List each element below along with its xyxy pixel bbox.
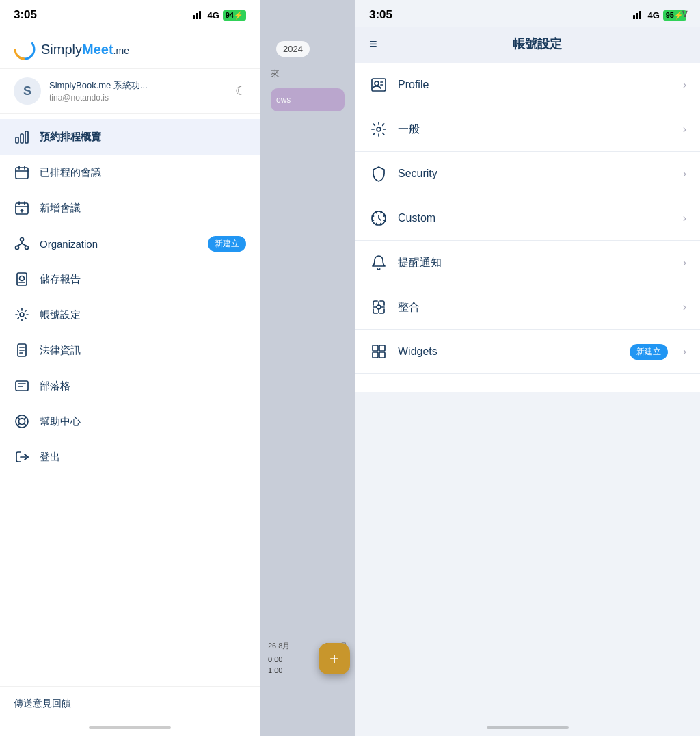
settings-item-integration[interactable]: 整合 › [355, 285, 700, 330]
chevron-right-custom: › [683, 212, 686, 224]
add-calendar-icon [14, 200, 30, 216]
nav-item-reports[interactable]: 儲存報告 [0, 261, 260, 297]
settings-item-custom[interactable]: Custom › [355, 196, 700, 241]
right-status-time: 3:05 [369, 8, 392, 22]
settings-label-widgets: Widgets [398, 345, 620, 358]
left-status-icons: 4G 94⚡ [193, 10, 246, 21]
nav-item-account[interactable]: 帳號設定 [0, 297, 260, 332]
mid-date-start: 26 8月 [268, 641, 290, 651]
svg-rect-37 [633, 15, 635, 19]
nav-label-blog: 部落格 [40, 380, 70, 393]
integration-icon [369, 298, 388, 317]
svg-point-43 [377, 305, 381, 309]
svg-rect-48 [373, 345, 378, 351]
logo-simply: Simply [41, 42, 82, 57]
settings-label-custom: Custom [398, 212, 673, 224]
calendar-icon [14, 164, 30, 181]
svg-rect-29 [16, 381, 28, 391]
blog-icon [14, 378, 30, 394]
hamburger-icon[interactable]: ≡ [369, 36, 377, 52]
chevron-right-notifications: › [683, 257, 686, 269]
settings-label-profile: Profile [398, 79, 673, 91]
settings-item-security[interactable]: Security › [355, 152, 700, 196]
user-row[interactable]: S SimplyBook.me 系統功... tina@notando.is ☾ [0, 69, 260, 114]
settings-item-widgets[interactable]: Widgets 新建立 › [355, 330, 700, 374]
security-icon [369, 164, 388, 183]
org-icon [14, 235, 30, 252]
nav-label-organization: Organization [40, 238, 98, 250]
nav-label-legal: 法律資訊 [40, 344, 81, 357]
svg-rect-49 [379, 345, 385, 351]
svg-rect-8 [16, 168, 28, 179]
chevron-right-profile: › [683, 79, 686, 91]
chevron-right-general: › [683, 123, 686, 135]
svg-rect-1 [196, 13, 198, 19]
nav-item-blog[interactable]: 部落格 [0, 368, 260, 404]
chevron-right-integration: › [683, 301, 686, 313]
right-status-icons: 4G 95⚡ [633, 10, 686, 21]
settings-item-profile[interactable]: Profile › [355, 63, 700, 107]
user-email: tina@notando.is [49, 93, 227, 103]
general-icon [369, 120, 388, 139]
legal-icon [14, 342, 30, 358]
svg-line-22 [17, 244, 22, 246]
middle-content: 2024 來 ows [260, 0, 355, 117]
nav-item-scheduled[interactable]: 已排程的會議 [0, 155, 260, 190]
mid-label: 來 [265, 65, 350, 83]
nav-label-help: 幫助中心 [40, 415, 81, 428]
chart-icon [14, 129, 30, 145]
nav-item-logout[interactable]: 登出 [0, 439, 260, 475]
chevron-down-icon: ∨ [681, 7, 689, 20]
svg-rect-0 [193, 15, 195, 19]
svg-line-34 [24, 423, 26, 425]
right-network-label: 4G [647, 10, 659, 21]
user-name: SimplyBook.me 系統功... [49, 79, 227, 92]
settings-list: Profile › 一般 › Security › Custom › [355, 63, 700, 392]
svg-rect-39 [639, 11, 641, 19]
svg-rect-5 [16, 137, 18, 143]
nav-label-logout: 登出 [40, 451, 60, 464]
logo-meet: Meet [82, 42, 113, 57]
settings-item-notifications[interactable]: 提醒通知 › [355, 241, 700, 285]
svg-rect-51 [379, 352, 385, 358]
nav-label-new-meeting: 新增會議 [40, 202, 81, 215]
right-signal-icon [633, 10, 644, 21]
settings-icon [14, 306, 30, 323]
svg-rect-7 [25, 131, 28, 143]
mid-purple-box: ows [271, 88, 345, 111]
logo-text: SimplyMeet.me [41, 42, 129, 57]
nav-item-overview[interactable]: 預約排程概覽 [0, 119, 260, 155]
svg-rect-2 [199, 11, 201, 19]
svg-rect-38 [636, 13, 638, 19]
settings-item-general[interactable]: 一般 › [355, 107, 700, 152]
nav-label-overview: 預約排程概覽 [40, 131, 101, 144]
left-status-time: 3:05 [14, 8, 37, 22]
nav-item-help[interactable]: 幫助中心 [0, 404, 260, 439]
avatar: S [14, 77, 41, 105]
network-label: 4G [207, 10, 219, 21]
right-panel: 3:05 4G 95⚡ ∨ ≡ 帳號設定 Profile › 一 [355, 0, 700, 736]
user-info: SimplyBook.me 系統功... tina@notando.is [49, 79, 227, 103]
nav-label-scheduled: 已排程的會議 [40, 166, 101, 179]
feedback-item[interactable]: 傳送意見回饋 [0, 686, 260, 721]
logout-icon [14, 449, 30, 465]
custom-icon [369, 209, 388, 228]
report-icon [14, 271, 30, 287]
logo-icon [14, 38, 36, 60]
chevron-right-security: › [683, 168, 686, 180]
nav-item-new-meeting[interactable]: 新增會議 [0, 190, 260, 226]
feedback-label: 傳送意見回饋 [14, 698, 71, 709]
logo-domain: .me [113, 45, 129, 56]
svg-rect-50 [373, 352, 378, 358]
logo-area: SimplyMeet.me [0, 27, 260, 69]
nav-item-organization[interactable]: Organization 新建立 [0, 226, 260, 261]
right-status-bar: 3:05 4G 95⚡ ∨ [355, 0, 700, 27]
right-page-title: 帳號設定 [388, 36, 686, 52]
middle-panel: 2024 來 ows 26 8月 31 8月 0:00 1:00 + [260, 0, 355, 736]
fab-button[interactable]: + [319, 643, 350, 674]
settings-label-notifications: 提醒通知 [398, 256, 673, 270]
battery-label: 94⚡ [223, 10, 246, 21]
svg-point-41 [375, 81, 379, 86]
mid-date: 2024 [276, 41, 310, 57]
nav-item-legal[interactable]: 法律資訊 [0, 332, 260, 368]
